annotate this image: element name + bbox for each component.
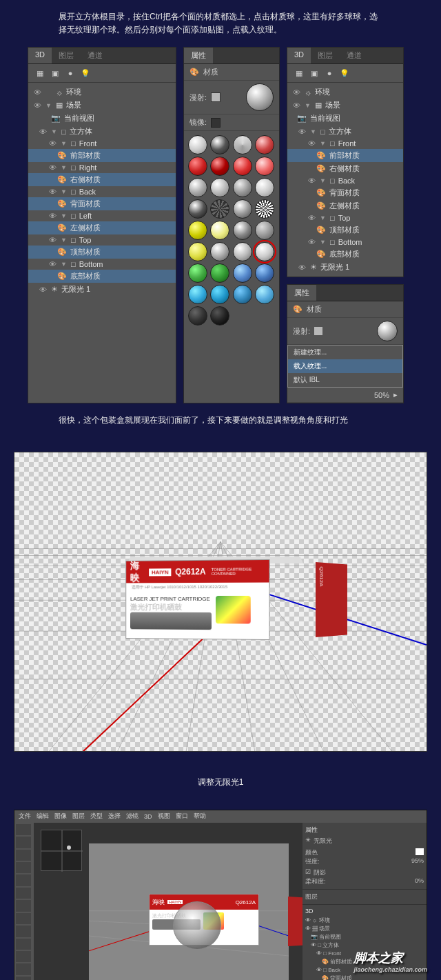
- material-ball[interactable]: [188, 306, 207, 326]
- tree-cube[interactable]: 👁▼□立方体: [287, 125, 403, 138]
- material-ball[interactable]: [233, 263, 252, 283]
- tree-back-material[interactable]: 🎨背面材质: [287, 186, 403, 199]
- tab-3d[interactable]: 3D: [287, 48, 311, 63]
- menu-item[interactable]: 图层: [72, 812, 85, 821]
- tool-button[interactable]: [16, 900, 31, 911]
- tree-front-material[interactable]: 🎨前部材质: [28, 149, 176, 162]
- tab-channels[interactable]: 通道: [340, 48, 369, 63]
- tab-properties[interactable]: 属性: [184, 48, 213, 63]
- material-ball[interactable]: [255, 199, 274, 219]
- material-preview-sphere[interactable]: [377, 321, 398, 341]
- material-ball[interactable]: [255, 157, 274, 176]
- material-preview-sphere[interactable]: [246, 83, 274, 111]
- tab-3d[interactable]: 3D: [28, 48, 52, 63]
- tree-left[interactable]: 👁▼□Left: [28, 210, 176, 221]
- material-ball[interactable]: [233, 285, 252, 304]
- material-ball[interactable]: [188, 263, 207, 283]
- tree-current-view[interactable]: 📷当前视图: [28, 112, 176, 125]
- tree-cube[interactable]: 👁▼□立方体: [28, 125, 176, 138]
- filter-light-icon[interactable]: 💡: [81, 68, 90, 78]
- tree-bottom[interactable]: 👁▼□Bottom: [287, 237, 403, 248]
- menu-item[interactable]: 文件: [19, 812, 31, 821]
- material-ball[interactable]: [255, 242, 274, 261]
- tree-infinite-light[interactable]: 👁☀无限光 1: [287, 261, 403, 274]
- opacity-value[interactable]: 50%: [374, 391, 389, 399]
- diffuse-swatch[interactable]: [314, 327, 322, 335]
- tool-button[interactable]: [16, 888, 31, 899]
- tree-front[interactable]: 👁▼□Front: [287, 138, 403, 149]
- tree-current-view[interactable]: 📷当前视图: [287, 112, 403, 125]
- tree-right[interactable]: 👁▼□Right: [28, 162, 176, 173]
- material-ball[interactable]: [210, 221, 229, 240]
- canvas-3d-view[interactable]: 海映HAIYNQ2612A 激光打印机硒鼓: [89, 843, 289, 980]
- tool-button[interactable]: [16, 862, 31, 873]
- light-gizmo[interactable]: [173, 901, 221, 950]
- material-ball[interactable]: [210, 178, 229, 197]
- menu-item[interactable]: 3D: [144, 813, 152, 820]
- visibility-icon[interactable]: 👁: [32, 88, 42, 97]
- tree-right-material[interactable]: 🎨右侧材质: [287, 162, 403, 175]
- tab-layers[interactable]: 图层: [52, 48, 81, 63]
- filter-material-icon[interactable]: ●: [325, 68, 334, 78]
- tool-button[interactable]: [16, 913, 31, 924]
- tree-left-material[interactable]: 🎨左侧材质: [28, 221, 176, 234]
- dropdown-icon[interactable]: ▸: [393, 390, 398, 399]
- tree-top[interactable]: 👁▼□Top: [287, 212, 403, 223]
- tree-right-material[interactable]: 🎨右侧材质: [28, 173, 176, 186]
- material-ball[interactable]: [210, 306, 229, 326]
- menu-item[interactable]: 类型: [90, 812, 103, 821]
- filter-material-icon[interactable]: ●: [65, 68, 75, 78]
- mirror-swatch[interactable]: [211, 118, 220, 128]
- 3d-viewport[interactable]: Q2612A 海映 HAIYN Q2612A TONER CARTRIDGE C…: [14, 452, 427, 752]
- material-ball[interactable]: [233, 135, 252, 154]
- material-ball[interactable]: [210, 242, 229, 261]
- tool-button[interactable]: [16, 963, 31, 974]
- menu-item[interactable]: 选择: [108, 812, 121, 821]
- tool-button[interactable]: [16, 837, 31, 848]
- tree-back[interactable]: 👁▼□Back: [28, 186, 176, 197]
- tree-top-material[interactable]: 🎨顶部材质: [28, 246, 176, 259]
- material-ball[interactable]: [210, 135, 229, 154]
- material-ball[interactable]: [210, 157, 229, 176]
- tab-channels[interactable]: 通道: [81, 48, 110, 63]
- material-ball[interactable]: [188, 221, 207, 240]
- tree-front[interactable]: 👁▼□Front: [28, 138, 176, 149]
- material-ball[interactable]: [255, 221, 274, 240]
- material-ball[interactable]: [188, 135, 207, 154]
- filter-all-icon[interactable]: ▦: [35, 68, 45, 78]
- menu-item[interactable]: 视图: [158, 812, 170, 821]
- material-ball[interactable]: [188, 199, 207, 219]
- material-ball[interactable]: [233, 157, 252, 176]
- tree-infinite-light[interactable]: 👁☀无限光 1: [28, 283, 176, 296]
- tree-top[interactable]: 👁▼□Top: [28, 234, 176, 246]
- material-ball[interactable]: [233, 242, 252, 261]
- filter-mesh-icon[interactable]: ▣: [50, 68, 60, 78]
- tool-button[interactable]: [16, 977, 31, 980]
- tool-button[interactable]: [16, 874, 31, 886]
- secondary-view[interactable]: [41, 830, 82, 871]
- tree-front-material[interactable]: 🎨前部材质: [287, 149, 403, 162]
- material-ball[interactable]: [255, 178, 274, 197]
- tool-button[interactable]: [16, 939, 31, 950]
- material-ball[interactable]: [255, 285, 274, 304]
- menu-new-texture[interactable]: 新建纹理...: [288, 346, 402, 359]
- material-ball[interactable]: [188, 285, 207, 304]
- tree-environment[interactable]: 👁☼环境: [287, 86, 403, 99]
- material-ball[interactable]: [188, 157, 207, 176]
- filter-mesh-icon[interactable]: ▣: [309, 68, 319, 78]
- tree-back[interactable]: 👁▼□Back: [287, 175, 403, 186]
- tree-bottom[interactable]: 👁▼□Bottom: [28, 259, 176, 270]
- material-ball[interactable]: [233, 221, 252, 240]
- tree-bottom-material[interactable]: 🎨底部材质: [287, 248, 403, 261]
- material-ball[interactable]: [233, 199, 252, 219]
- tab-properties[interactable]: 属性: [287, 285, 316, 301]
- tree-environment[interactable]: 👁☼环境: [28, 86, 176, 99]
- menu-default-ibl[interactable]: 默认 IBL: [288, 373, 402, 387]
- material-ball[interactable]: [210, 285, 229, 304]
- material-ball[interactable]: [188, 242, 207, 261]
- canvas-area[interactable]: 海映HAIYNQ2612A 激光打印机硒鼓: [34, 823, 302, 980]
- material-ball[interactable]: [255, 263, 274, 283]
- tree-back-material[interactable]: 🎨背面材质: [28, 197, 176, 210]
- filter-light-icon[interactable]: 💡: [340, 68, 349, 78]
- tool-button[interactable]: [16, 926, 31, 937]
